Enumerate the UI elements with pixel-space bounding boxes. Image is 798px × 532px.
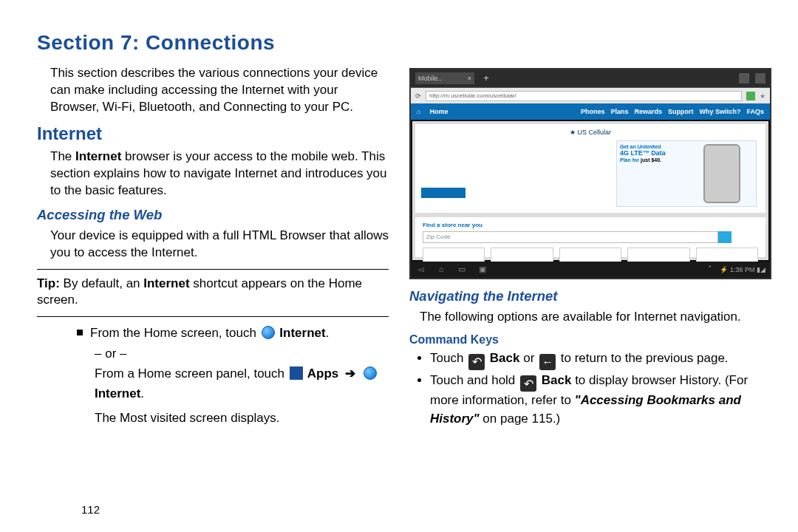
bookmark-icon — [755, 73, 765, 83]
back-uturn-icon — [468, 354, 485, 370]
square-bullet-icon — [77, 330, 83, 335]
recent-icon: ▭ — [457, 265, 467, 275]
screenshot-tabbar: Mobile..× + — [411, 69, 770, 87]
store-finder: Find a store near you Zip Code — [415, 217, 765, 257]
zip-input: Zip Code — [423, 231, 718, 243]
back-arrow-icon — [539, 354, 556, 370]
divider — [37, 269, 389, 270]
arrow-right-icon: ➔ — [345, 366, 355, 381]
accessing-body: Your device is equipped with a full HTML… — [50, 228, 389, 262]
carrier-logo: ★ US Cellular — [423, 129, 758, 136]
browser-tab: Mobile..× — [415, 72, 474, 84]
nav-item: FAQs — [746, 108, 764, 115]
caret-up-icon: ˄ — [705, 265, 715, 275]
screenshot-sitenav: ⌂Home Phones Plans Rewards Support Why S… — [411, 103, 770, 120]
promo-tab — [421, 188, 466, 198]
screenshot-systembar: ◅ ⌂ ▭ ▣ ˄ ⚡ 1:36 PM ▮◢ — [411, 262, 770, 278]
heading-navigating: Navigating the Internet — [409, 288, 761, 304]
heading-internet: Internet — [37, 123, 389, 144]
nav-home: Home — [429, 108, 448, 115]
status-time: ⚡ 1:36 PM ▮◢ — [720, 266, 765, 273]
url-field: http://m.uscellular.com/uscellular/ — [426, 91, 742, 101]
divider — [37, 316, 389, 317]
browser-screenshot: Mobile..× + ⟳ http://m.uscellular.com/us… — [409, 68, 771, 279]
nav-body: The following options are available for … — [420, 309, 761, 326]
store-label: Find a store near you — [423, 222, 758, 228]
nav-item: Why Switch? — [699, 108, 740, 115]
secure-icon — [746, 92, 755, 100]
promo-box: Get an Unlimited 4G LTE™ Data Plan for j… — [616, 140, 757, 207]
capture-icon: ▣ — [477, 265, 488, 275]
nav-item: Rewards — [634, 108, 662, 115]
star-icon: ★ — [760, 92, 765, 100]
hero-panel: ★ US Cellular Get an Unlimited 4G LTE™ D… — [415, 124, 765, 213]
new-tab-icon: + — [480, 72, 492, 84]
globe-icon — [364, 366, 377, 380]
phone-image — [703, 144, 740, 203]
heading-accessing-web: Accessing the Web — [37, 207, 389, 223]
home-icon: ⌂ — [436, 265, 446, 275]
internet-body: The Internet browser is your access to t… — [50, 149, 389, 200]
globe-icon — [262, 326, 275, 339]
right-column: Mobile..× + ⟳ http://m.uscellular.com/us… — [409, 65, 761, 430]
go-button — [718, 231, 732, 243]
left-column: This section describes the various conne… — [37, 65, 389, 430]
back-uturn-icon — [520, 375, 536, 392]
bullet-back-hold: Touch and hold Back to display browser H… — [430, 372, 761, 429]
nav-item: Support — [668, 108, 694, 115]
reload-icon: ⟳ — [415, 92, 421, 100]
window-icon — [739, 73, 749, 83]
screenshot-urlbar: ⟳ http://m.uscellular.com/uscellular/ ★ — [411, 87, 770, 103]
back-icon: ◅ — [415, 265, 426, 275]
bullet-back: Touch Back or to return to the previous … — [430, 349, 761, 370]
step-list: From the Home screen, touch Internet. — [77, 323, 389, 343]
nav-item: Plans — [610, 108, 628, 115]
tip-text: Tip: By default, an Internet shortcut ap… — [37, 276, 389, 310]
screenshot-body: ★ US Cellular Get an Unlimited 4G LTE™ D… — [412, 121, 768, 260]
step-1: From the Home screen, touch Internet. — [77, 323, 389, 343]
or-text: – or – — [95, 344, 389, 364]
nav-item: Phones — [581, 108, 605, 115]
most-visited-text: The Most visited screen displays. — [95, 408, 389, 428]
promo-text: Get an Unlimited 4G LTE™ Data Plan for j… — [617, 141, 687, 206]
home-icon: ⌂ — [417, 108, 420, 115]
step-alt: From a Home screen panel, touch Apps ➔ I… — [95, 364, 389, 403]
heading-command-keys: Command Keys — [409, 333, 761, 347]
command-key-list: Touch Back or to return to the previous … — [420, 349, 761, 429]
close-icon: × — [468, 75, 471, 82]
intro-text: This section describes the various conne… — [50, 65, 389, 116]
page-number: 112 — [81, 503, 100, 516]
apps-grid-icon — [290, 366, 303, 380]
section-title: Section 7: Connections — [37, 31, 761, 55]
